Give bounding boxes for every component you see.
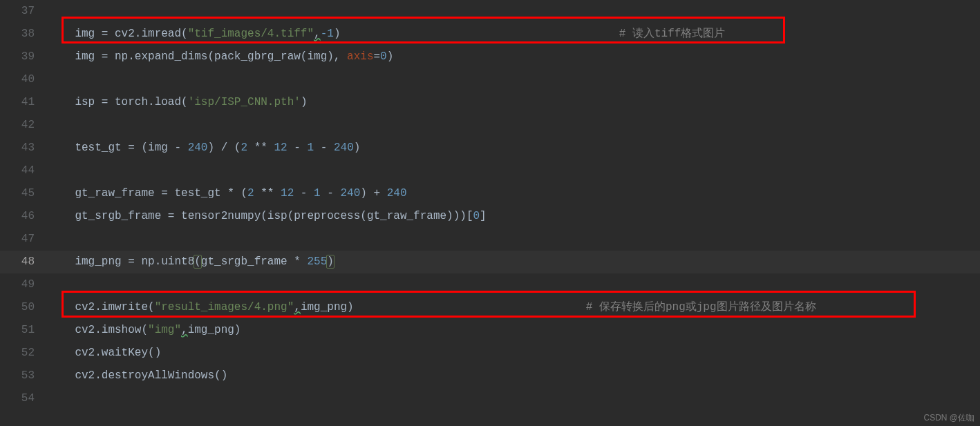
code-token: cv2.waitKey() [75, 347, 161, 359]
code-content[interactable] [48, 273, 75, 296]
code-content[interactable] [48, 387, 75, 410]
code-token: img = np.expand_dims(pack_gbrg_raw(img), [75, 50, 347, 63]
code-content[interactable]: isp = torch.load('isp/ISP_CNN.pth') [48, 91, 307, 114]
code-token: 240 [188, 142, 208, 154]
code-content[interactable]: cv2.waitKey() [48, 342, 161, 365]
code-line[interactable]: 48 img_png = np.uint8(gt_srgb_frame * 25… [0, 251, 980, 273]
code-line[interactable]: 41 isp = torch.load('isp/ISP_CNN.pth') [0, 91, 980, 114]
code-token: # 读入tiff格式图片 [619, 28, 726, 40]
code-token: 240 [334, 142, 354, 154]
code-token: gt_srgb_frame = tensor2numpy(isp(preproc… [75, 210, 473, 222]
code-editor[interactable]: 37 38 img = cv2.imread("tif_images/4.tif… [0, 0, 980, 410]
code-content[interactable] [48, 228, 75, 251]
code-token: - [321, 187, 341, 200]
code-token: ] [480, 210, 487, 222]
code-content[interactable]: cv2.imshow("img",img_png) [48, 319, 241, 342]
code-token: 2 [241, 142, 247, 154]
line-number: 46 [0, 205, 48, 228]
code-token: cv2.imshow( [75, 324, 148, 336]
code-content[interactable]: gt_srgb_frame = tensor2numpy(isp(preproc… [48, 205, 487, 228]
code-token: ** [247, 142, 274, 154]
code-line[interactable]: 50 cv2.imwrite("result_images/4.png",img… [0, 296, 980, 319]
code-content[interactable]: img_png = np.uint8(gt_srgb_frame * 255) [48, 251, 334, 273]
code-token: ) [387, 50, 394, 63]
code-line[interactable]: 46 gt_srgb_frame = tensor2numpy(isp(prep… [0, 205, 980, 228]
code-line[interactable]: 39 img = np.expand_dims(pack_gbrg_raw(im… [0, 46, 980, 68]
code-content[interactable]: gt_raw_frame = test_gt * (2 ** 12 - 1 - … [48, 182, 407, 205]
line-number: 44 [0, 159, 48, 182]
code-line[interactable]: 45 gt_raw_frame = test_gt * (2 ** 12 - 1… [0, 182, 980, 205]
line-number: 42 [0, 114, 48, 137]
code-token: img_png) [301, 301, 586, 313]
line-number: 43 [0, 137, 48, 159]
code-token: - [294, 187, 314, 200]
line-number: 47 [0, 228, 48, 251]
code-content[interactable]: cv2.destroyAllWindows() [48, 365, 227, 387]
code-token: - [314, 142, 334, 154]
code-token: 240 [387, 187, 407, 200]
code-token: gt_srgb_frame * [201, 255, 308, 268]
code-token: ) [354, 142, 361, 154]
line-number: 38 [0, 23, 48, 46]
line-number: 51 [0, 319, 48, 342]
code-content[interactable]: img = cv2.imread("tif_images/4.tiff",-1)… [48, 23, 725, 46]
code-token: 'isp/ISP_CNN.pth' [188, 96, 301, 108]
code-token: -1 [321, 28, 334, 40]
code-token: img_png) [188, 324, 241, 336]
code-token: 1 [308, 142, 314, 154]
code-token: cv2.imwrite( [75, 301, 154, 313]
code-line[interactable]: 44 [0, 159, 980, 182]
code-token: 12 [281, 187, 294, 200]
code-token: ** [254, 187, 281, 200]
code-line[interactable]: 49 [0, 273, 980, 296]
code-line[interactable]: 53 cv2.destroyAllWindows() [0, 365, 980, 387]
code-token: cv2.destroyAllWindows() [75, 369, 227, 382]
line-number: 39 [0, 46, 48, 68]
code-line[interactable]: 38 img = cv2.imread("tif_images/4.tiff",… [0, 23, 980, 46]
code-token: 12 [274, 142, 287, 154]
line-number: 54 [0, 387, 48, 410]
line-number: 49 [0, 273, 48, 296]
code-line[interactable]: 54 [0, 387, 980, 410]
code-token: ( [194, 255, 201, 268]
code-token: , [314, 28, 321, 40]
code-line[interactable]: 40 [0, 68, 980, 91]
code-token: ) [327, 255, 334, 268]
code-line[interactable]: 51 cv2.imshow("img",img_png) [0, 319, 980, 342]
code-token: , [294, 301, 301, 313]
code-content[interactable] [48, 159, 75, 182]
code-line[interactable]: 52 cv2.waitKey() [0, 342, 980, 365]
code-token: ) [334, 28, 619, 40]
code-content[interactable]: test_gt = (img - 240) / (2 ** 12 - 1 - 2… [48, 137, 360, 159]
code-token: gt_raw_frame = test_gt * ( [75, 187, 247, 200]
code-token: img = cv2.imread( [75, 28, 187, 40]
code-content[interactable]: img = np.expand_dims(pack_gbrg_raw(img),… [48, 46, 393, 68]
code-token: 0 [473, 210, 480, 222]
code-token: 2 [247, 187, 254, 200]
code-token: = [373, 50, 380, 63]
code-token: img_png = np.uint8 [75, 255, 194, 268]
code-token: 240 [341, 187, 361, 200]
watermark: CSDN @佐咖 [923, 414, 974, 422]
code-line[interactable]: 42 [0, 114, 980, 137]
code-content[interactable] [48, 68, 75, 91]
line-number: 37 [0, 0, 48, 23]
code-token: "img" [148, 324, 181, 336]
code-content[interactable] [48, 114, 75, 137]
code-token: ) [301, 96, 308, 108]
code-line[interactable]: 43 test_gt = (img - 240) / (2 ** 12 - 1 … [0, 137, 980, 159]
code-content[interactable] [48, 0, 75, 23]
line-number: 40 [0, 68, 48, 91]
code-line[interactable]: 47 [0, 228, 980, 251]
code-line[interactable]: 37 [0, 0, 980, 23]
code-token: # 保存转换后的png或jpg图片路径及图片名称 [586, 301, 816, 313]
code-token: ) / ( [207, 142, 241, 154]
code-content[interactable]: cv2.imwrite("result_images/4.png",img_pn… [48, 296, 816, 319]
code-token: ) + [360, 187, 386, 200]
code-token: "result_images/4.png" [155, 301, 294, 313]
code-token: isp = torch.load( [75, 96, 187, 108]
line-number: 53 [0, 365, 48, 387]
line-number: 41 [0, 91, 48, 114]
line-number: 45 [0, 182, 48, 205]
code-token: 255 [307, 255, 327, 268]
